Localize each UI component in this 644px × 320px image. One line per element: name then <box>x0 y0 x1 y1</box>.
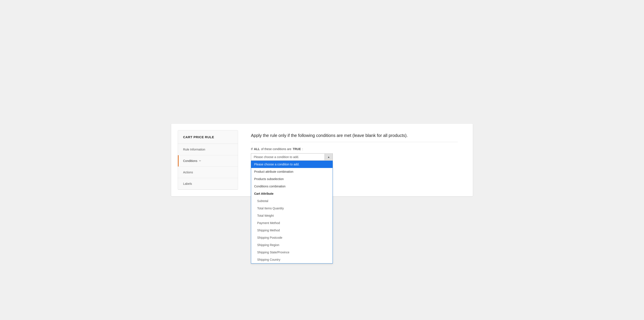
condition-rule-text: If ALL of these conditions are TRUE : <box>251 147 458 151</box>
sidebar-title: CART PRICE RULE <box>183 135 214 139</box>
conditions-header-text: Apply the rule only if the following con… <box>251 133 408 138</box>
sidebar-item-actions[interactable]: Actions <box>178 167 238 178</box>
dropdown-option-shipping-country[interactable]: Shipping Country <box>251 256 332 263</box>
condition-prefix: If <box>251 147 253 151</box>
dropdown-option-products-sub[interactable]: Products subselection <box>251 175 332 183</box>
condition-middle: of these conditions are <box>261 147 292 151</box>
sidebar-item-labels[interactable]: Labels <box>178 178 238 190</box>
sidebar-item-conditions[interactable]: Conditions ✏ <box>178 155 238 167</box>
dropdown-option-shipping-state[interactable]: Shipping State/Province <box>251 249 332 256</box>
condition-all: ALL <box>254 147 260 151</box>
dropdown-selected-text: Please choose a condition to add. <box>251 154 324 160</box>
dropdown-option-total-items[interactable]: Total Items Quantity <box>251 205 332 212</box>
sidebar-nav: Rule Information Conditions ✏ Actions La… <box>178 144 238 190</box>
sidebar-item-label: Actions <box>183 171 193 174</box>
dropdown-group-cart-attribute: Cart Attribute <box>251 190 332 197</box>
dropdown-option-product-attr[interactable]: Product attribute combination <box>251 168 332 175</box>
sidebar-item-label: Labels <box>183 182 192 185</box>
main-content: Apply the rule only if the following con… <box>238 130 466 190</box>
dropdown-option-shipping-postcode[interactable]: Shipping Postcode <box>251 234 332 241</box>
sidebar: CART PRICE RULE Rule Information Conditi… <box>178 130 238 190</box>
dropdown-menu: Please choose a condition to add. Produc… <box>251 161 333 263</box>
dropdown-option-total-weight[interactable]: Total Weight <box>251 212 332 219</box>
dropdown-option-subtotal[interactable]: Subtotal <box>251 197 332 205</box>
conditions-header: Apply the rule only if the following con… <box>251 132 458 142</box>
sidebar-item-label: Conditions <box>183 159 197 163</box>
main-card: CART PRICE RULE Rule Information Conditi… <box>171 124 473 196</box>
sidebar-item-rule-information[interactable]: Rule Information <box>178 144 238 155</box>
condition-dropdown-wrapper: Please choose a condition to add. ▲ Plea… <box>251 153 333 161</box>
dropdown-option-shipping-method[interactable]: Shipping Method <box>251 227 332 234</box>
condition-true: TRUE <box>293 147 301 151</box>
sidebar-item-label: Rule Information <box>183 148 205 151</box>
dropdown-option-shipping-region[interactable]: Shipping Region <box>251 241 332 249</box>
dropdown-option-payment-method[interactable]: Payment Method <box>251 219 332 227</box>
page-container: CART PRICE RULE Rule Information Conditi… <box>171 124 473 196</box>
dropdown-option-placeholder[interactable]: Please choose a condition to add. <box>251 161 332 168</box>
condition-dropdown[interactable]: Please choose a condition to add. ▲ <box>251 153 333 161</box>
sidebar-title-section: CART PRICE RULE <box>178 130 238 144</box>
dropdown-option-conditions-comb[interactable]: Conditions combination <box>251 183 332 190</box>
edit-icon[interactable]: ✏ <box>199 159 201 162</box>
condition-suffix: : <box>302 147 303 151</box>
dropdown-arrow-button[interactable]: ▲ <box>324 154 332 160</box>
arrow-up-icon: ▲ <box>328 155 330 158</box>
